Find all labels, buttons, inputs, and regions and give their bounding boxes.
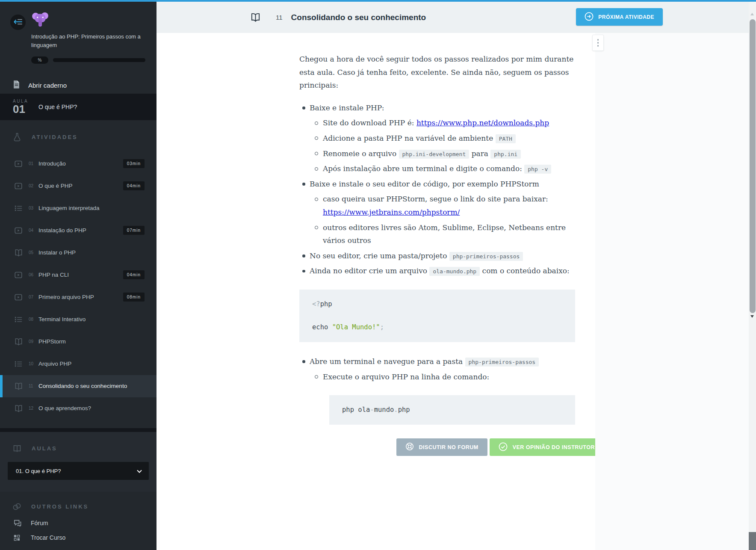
list-item: Baixe e instale PHP: [299,101,575,115]
list-item: outros editores livres são Atom, Sublime… [299,221,575,247]
activity-item-07[interactable]: 07Primeiro arquivo PHP08min [0,286,157,308]
flask-icon [13,133,21,142]
inline-code: php.ini-development [399,150,470,159]
activity-item-06[interactable]: 06PHP na CLI04min [0,264,157,286]
activity-item-04[interactable]: 04Instalação do PHP07min [0,219,157,242]
code-token: php [320,300,332,308]
next-activity-button[interactable]: PRÓXIMA ATIVIDADE [576,8,663,26]
code-token: "Ola Mundo!" [332,323,380,331]
open-notebook-button[interactable]: Abrir caderno [10,77,145,94]
steps-list-2: Abre um terminal e navegue para a pasta … [299,355,575,383]
lesson-content-area: Chegou a hora de você seguir todos os pa… [157,33,756,550]
activity-duration-badge: 03min [123,159,145,168]
aulas-header: AULAS [0,439,157,458]
list-item: Abre um terminal e navegue para a pasta … [299,355,575,368]
list-item: No seu editor, crie uma pasta/projeto ph… [299,249,575,263]
grid-icon [14,535,21,541]
activity-label: Instalação do PHP [38,227,123,234]
external-link[interactable]: https://www.jetbrains.com/phpstorm/ [323,208,460,216]
activity-item-01[interactable]: 01Introdução03min [0,153,157,175]
activity-number: 10 [29,361,36,366]
activity-label: Terminal Interativo [38,316,157,322]
aulas-section: AULAS 01. O que é PHP? [0,432,157,492]
progress-percent-badge: % [31,56,48,64]
video-icon [15,182,23,190]
current-lesson-banner[interactable]: AULA 01 O que é PHP? [0,94,157,120]
code-token: php ola [342,406,370,414]
action-buttons-row: DISCUTIR NO FORUM VER OPINIÃO DO INSTRUT… [299,438,604,456]
list-item: Site do download PHP é: https://www.php.… [299,116,575,130]
sidebar-link-forum[interactable]: Fórum [0,516,157,530]
activity-number: 02 [29,183,36,188]
list-item: Após instalação abre um terminal e digit… [299,162,575,175]
code-token: echo [312,323,332,331]
page-scrollbar[interactable] [749,2,756,550]
activity-item-05[interactable]: 05Instalar o PHP [0,242,157,264]
book-icon [15,249,23,257]
course-progress-bar [53,58,145,62]
activity-number: 12 [29,406,36,411]
code-token: - [370,406,374,414]
code-token: <? [312,300,320,308]
activities-section: ATIVIDADES 01Introdução03min02O que é PH… [0,120,157,428]
activity-item-12[interactable]: 12O que aprendemos? [0,397,157,420]
book-icon [15,405,23,412]
list-icon [15,316,23,323]
discuss-forum-button[interactable]: DISCUTIR NO FORUM [396,438,487,456]
activity-duration-badge: 07min [123,226,145,235]
discuss-forum-label: DISCUTIR NO FORUM [419,444,478,450]
aulas-header-label: AULAS [32,445,57,452]
lesson-number: 01 [13,103,33,115]
next-activity-label: PRÓXIMA ATIVIDADE [598,14,654,20]
activity-number: 09 [29,339,36,344]
inline-code: php-primeiros-passos [465,358,539,367]
top-accent-bar [0,0,756,2]
scroll-down-arrow-icon[interactable] [750,315,754,318]
lesson-select-dropdown[interactable]: 01. O que é PHP? [8,462,149,480]
php-elephant-logo [31,12,145,29]
activities-header-label: ATIVIDADES [32,134,78,140]
course-progress: % [31,56,145,64]
book-icon [15,382,23,390]
activity-item-09[interactable]: 09PHPStorm [0,331,157,353]
inline-code: PATH [496,134,516,143]
code-block-run-command: php ola-mundo.php [329,395,575,425]
activity-label: PHPStorm [38,338,157,345]
sidebar-link-trocar-curso[interactable]: Trocar Curso [0,530,157,545]
course-sidebar: Introdução ao PHP: Primeiros passos com … [0,2,157,550]
collapse-sidebar-button[interactable] [10,15,26,30]
lifebuoy-icon [405,442,414,452]
activity-number: 08 [29,317,36,322]
code-token: mundo [374,406,394,414]
activity-number: 04 [29,228,36,233]
options-menu-button[interactable] [592,35,604,51]
scrollbar-thumb[interactable] [750,19,756,313]
activity-item-10[interactable]: 10Arquivo PHP [0,353,157,375]
activity-number: 11 [29,384,36,388]
steps-list: Baixe e instale PHP:Site do download PHP… [299,101,575,278]
other-links-header-label: OUTROS LINKS [31,503,89,510]
activity-item-11[interactable]: 11Consolidando o seu conhecimento [0,375,157,397]
arrow-right-circle-icon [585,12,594,22]
activity-label: Consolidando o seu conhecimento [38,383,157,389]
collapse-arrow-icon [13,18,23,27]
scroll-up-arrow-icon[interactable] [750,13,754,15]
right-margin-rail [595,33,749,550]
activity-item-02[interactable]: 02O que é PHP04min [0,175,157,197]
activity-item-08[interactable]: 08Terminal Interativo [0,308,157,331]
activity-number: 05 [29,250,36,255]
sidebar-link-label: Fórum [31,520,48,526]
list-item: Renomeie o arquivo php.ini-development p… [299,147,575,160]
intro-paragraph: Chegou a hora de você seguir todos os pa… [299,53,575,92]
activities-header: ATIVIDADES [0,128,157,147]
external-link[interactable]: https://www.php.net/downloads.php [416,118,549,127]
list-item: Baixe e instale o seu editor de código, … [299,177,575,191]
activity-number: 11 [276,14,283,21]
lesson-book-icon [251,13,260,22]
instructor-opinion-button[interactable]: VER OPINIÃO DO INSTRUTOR [490,438,604,456]
lesson-header: 11 Consolidando o seu conhecimento PRÓXI… [157,2,756,33]
open-notebook-label: Abrir caderno [28,82,67,89]
code-block-php-hello: <?php echo "Ola Mundo!"; [299,290,575,342]
activity-item-03[interactable]: 03Linguagem interpretada [0,197,157,219]
activity-number: 07 [29,295,36,299]
